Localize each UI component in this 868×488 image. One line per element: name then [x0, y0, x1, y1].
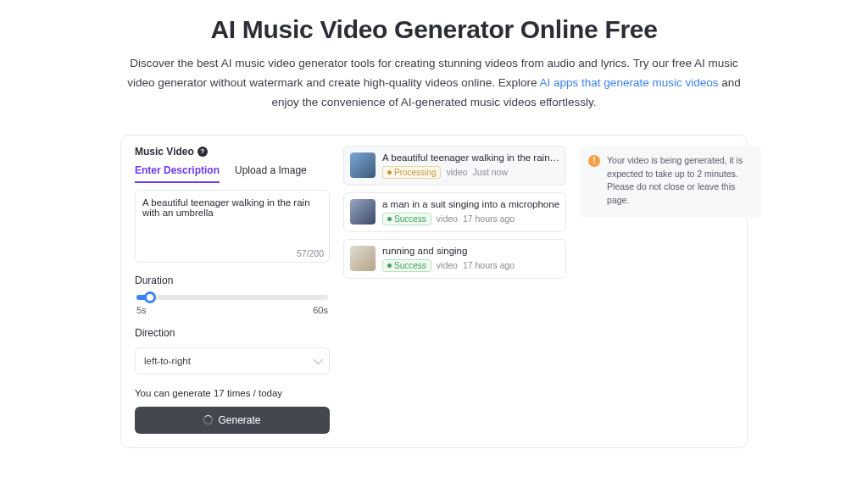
generator-panel: Music Video ? Enter Description Upload a…	[120, 135, 748, 448]
job-type: video	[437, 214, 458, 224]
help-icon[interactable]: ?	[198, 147, 208, 157]
direction-select[interactable]: left-to-right	[135, 347, 330, 374]
section-label-music-video: Music Video	[135, 146, 194, 158]
job-thumbnail	[350, 152, 376, 178]
slider-thumb[interactable]	[144, 291, 156, 303]
job-time: 17 hours ago	[463, 260, 515, 270]
chevron-down-icon	[314, 355, 323, 364]
duration-min: 5s	[136, 305, 147, 315]
job-time: Just now	[473, 167, 508, 177]
generation-notice: ! Your video is being generated, it is e…	[580, 146, 761, 218]
job-title: A beautiful teenager walking in the rain…	[382, 152, 559, 163]
job-thumbnail	[350, 246, 376, 271]
page-subtitle: Discover the best AI music video generat…	[125, 54, 743, 113]
page-title: AI Music Video Generator Online Free	[51, 15, 817, 44]
job-type: video	[437, 260, 458, 270]
duration-max: 60s	[313, 305, 328, 315]
notice-text: Your video is being generated, it is exp…	[607, 154, 753, 208]
direction-label: Direction	[135, 327, 330, 339]
duration-label: Duration	[135, 274, 330, 286]
tab-upload-image[interactable]: Upload a Image	[235, 164, 307, 183]
status-badge: Success	[382, 259, 431, 272]
warning-icon: !	[588, 155, 600, 167]
job-title: running and singing	[382, 246, 559, 256]
job-type: video	[446, 167, 467, 177]
char-count: 57/200	[297, 248, 324, 258]
loading-icon	[203, 415, 213, 424]
generate-button[interactable]: Generate	[135, 407, 330, 434]
link-ai-apps[interactable]: AI apps that generate music videos	[540, 76, 719, 89]
job-thumbnail	[350, 199, 376, 225]
tab-enter-description[interactable]: Enter Description	[135, 164, 220, 183]
job-card[interactable]: A beautiful teenager walking in the rain…	[343, 146, 566, 186]
status-badge: Processing	[382, 166, 441, 179]
job-time: 17 hours ago	[463, 214, 515, 224]
status-badge: Success	[382, 213, 431, 225]
job-card[interactable]: a man in a suit singing into a microphon…	[343, 192, 566, 232]
duration-slider[interactable]	[136, 295, 328, 300]
job-card[interactable]: running and singingSuccessvideo17 hours …	[343, 239, 566, 279]
direction-value: left-to-right	[144, 356, 191, 366]
remaining-generations: You can generate 17 times / today	[135, 388, 330, 398]
job-title: a man in a suit singing into a microphon…	[382, 199, 559, 209]
